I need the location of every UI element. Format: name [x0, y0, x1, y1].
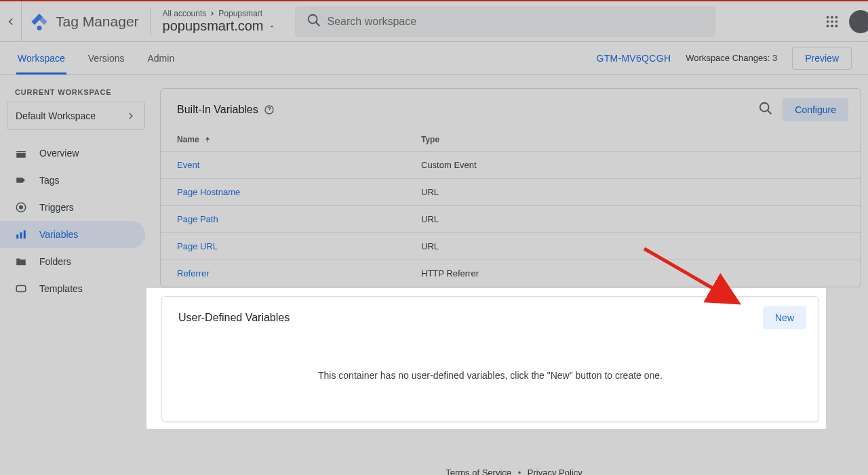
- nav-triggers[interactable]: Triggers: [0, 194, 145, 221]
- nav-label: Folders: [39, 256, 71, 267]
- table-row[interactable]: Referrer HTTP Referrer: [161, 260, 861, 287]
- search-input[interactable]: [328, 16, 710, 28]
- gtm-logo-icon: [30, 12, 49, 31]
- svg-point-8: [827, 24, 829, 27]
- search-icon: [300, 13, 328, 30]
- preview-button[interactable]: Preview: [792, 47, 852, 70]
- nav-label: Triggers: [39, 202, 74, 213]
- search-icon[interactable]: [758, 101, 773, 119]
- sidebar: CURRENT WORKSPACE Default Workspace Over…: [0, 75, 160, 475]
- var-type: Custom Event: [421, 160, 844, 170]
- workspace-selector[interactable]: Default Workspace: [7, 102, 145, 130]
- breadcrumb-container-name: popupsmart.com: [163, 18, 264, 34]
- tag-icon: [15, 174, 28, 186]
- highlight-region: User-Defined Variables New This containe…: [146, 288, 826, 429]
- svg-point-12: [20, 206, 23, 209]
- table-row[interactable]: Page Path URL: [161, 206, 861, 233]
- sub-header: Workspace Versions Admin GTM-MV6QCGH Wor…: [0, 42, 868, 75]
- template-icon: [15, 283, 28, 295]
- svg-point-3: [831, 16, 833, 18]
- folder-icon: [15, 255, 28, 268]
- variables-icon: [15, 228, 28, 241]
- app-title: Tag Manager: [56, 8, 151, 35]
- var-link[interactable]: Page Hostname: [177, 187, 240, 197]
- back-button[interactable]: [0, 1, 22, 41]
- svg-point-5: [827, 20, 829, 23]
- nav-overview[interactable]: Overview: [0, 140, 145, 167]
- search-box[interactable]: [295, 6, 715, 37]
- tab-admin[interactable]: Admin: [146, 42, 176, 75]
- workspace-changes[interactable]: Workspace Changes: 3: [686, 53, 777, 63]
- tab-versions[interactable]: Versions: [87, 42, 126, 75]
- svg-rect-13: [16, 286, 26, 292]
- svg-point-6: [831, 20, 833, 23]
- nav-tags[interactable]: Tags: [0, 167, 145, 194]
- var-type: URL: [421, 214, 844, 224]
- svg-point-0: [37, 25, 42, 30]
- apps-icon[interactable]: [825, 14, 840, 29]
- chevron-right-icon: [125, 110, 136, 121]
- new-button[interactable]: New: [763, 306, 806, 329]
- chevron-right-icon: [209, 10, 216, 17]
- nav-variables[interactable]: Variables: [0, 221, 145, 248]
- table-row[interactable]: Page Hostname URL: [161, 179, 861, 206]
- var-link[interactable]: Page URL: [177, 241, 218, 251]
- breadcrumb-account-name: Popupsmart: [218, 9, 262, 18]
- var-type: URL: [421, 187, 844, 197]
- overview-icon: [15, 147, 28, 159]
- app-header: Tag Manager All accounts Popupsmart popu…: [0, 0, 868, 42]
- svg-point-10: [835, 24, 838, 27]
- svg-rect-16: [207, 140, 208, 143]
- caret-down-icon: [268, 22, 276, 30]
- var-link[interactable]: Page Path: [177, 214, 218, 224]
- var-link[interactable]: Referrer: [177, 268, 210, 278]
- privacy-link[interactable]: Privacy Policy: [528, 468, 583, 475]
- current-workspace-label: CURRENT WORKSPACE: [0, 84, 160, 102]
- var-type: URL: [421, 241, 844, 251]
- col-type-header[interactable]: Type: [421, 135, 844, 144]
- col-name-header[interactable]: Name: [177, 135, 199, 144]
- breadcrumb-accounts: All accounts: [163, 9, 207, 18]
- sort-asc-icon: [203, 136, 212, 144]
- user-defined-variables-card: User-Defined Variables New This containe…: [161, 296, 819, 422]
- builtin-variables-card: Built-In Variables Configure Name Type E…: [160, 88, 861, 287]
- table-row[interactable]: Page URL URL: [161, 233, 861, 260]
- nav-label: Variables: [39, 229, 78, 240]
- svg-point-15: [760, 103, 769, 112]
- nav-label: Tags: [39, 175, 60, 186]
- arrow-left-icon: [5, 16, 17, 28]
- table-header: Name Type: [161, 128, 861, 152]
- configure-button[interactable]: Configure: [783, 98, 848, 121]
- nav-label: Overview: [39, 148, 79, 159]
- nav-label: Templates: [39, 283, 83, 294]
- svg-point-4: [835, 16, 838, 18]
- card-title: Built-In Variables: [177, 104, 258, 116]
- footer: Terms of Service • Privacy Policy: [160, 457, 868, 475]
- help-icon[interactable]: [264, 104, 275, 115]
- svg-point-7: [835, 20, 838, 23]
- var-type: HTTP Referrer: [421, 268, 844, 278]
- card-title: User-Defined Variables: [178, 312, 290, 324]
- var-link[interactable]: Event: [177, 160, 199, 170]
- svg-point-2: [827, 16, 829, 18]
- table-row[interactable]: Event Custom Event: [161, 152, 861, 179]
- trigger-icon: [15, 201, 28, 213]
- svg-point-1: [308, 14, 317, 23]
- nav-templates[interactable]: Templates: [0, 275, 145, 302]
- account-avatar[interactable]: [849, 10, 868, 33]
- workspace-name: Default Workspace: [16, 110, 96, 121]
- empty-state-message: This container has no user-defined varia…: [162, 336, 818, 421]
- tab-workspace[interactable]: Workspace: [16, 42, 66, 75]
- container-id[interactable]: GTM-MV6QCGH: [596, 53, 671, 64]
- svg-point-9: [831, 24, 833, 27]
- nav-folders[interactable]: Folders: [0, 248, 145, 275]
- terms-link[interactable]: Terms of Service: [446, 468, 511, 475]
- breadcrumb[interactable]: All accounts Popupsmart popupsmart.com: [151, 9, 276, 34]
